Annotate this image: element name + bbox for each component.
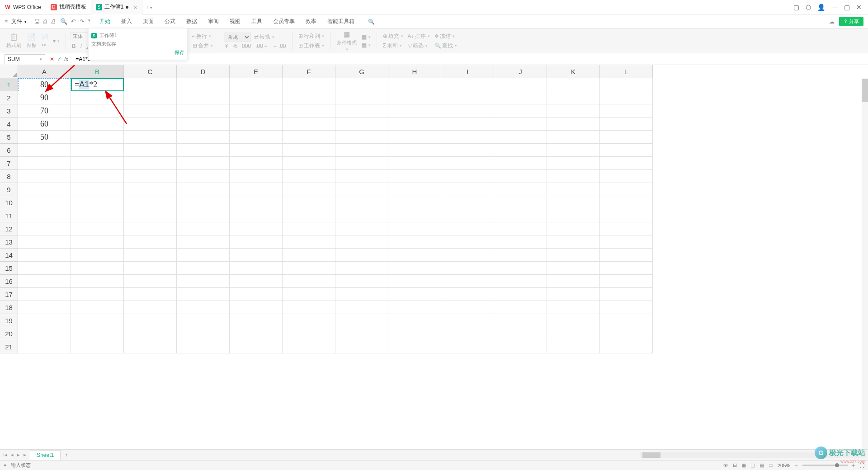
cell-C17[interactable] [124, 288, 177, 301]
wrap-button[interactable]: ⤶ 换行 [189, 32, 212, 41]
save-icon[interactable]: 🖫 [34, 18, 40, 25]
reading-view-icon[interactable]: ▭ [769, 462, 773, 468]
redo-icon[interactable]: ↷ [80, 18, 85, 25]
row-header-17[interactable]: 17 [0, 288, 18, 301]
cell-L12[interactable] [600, 222, 653, 235]
cell-J20[interactable] [494, 327, 547, 340]
row-header-12[interactable]: 12 [0, 222, 18, 235]
cell-J16[interactable] [494, 275, 547, 288]
cell-C16[interactable] [124, 275, 177, 288]
cell-A11[interactable] [18, 209, 71, 222]
spreadsheet[interactable]: ABCDEFGHIJKL 123456789101112131415161718… [0, 65, 868, 449]
cell-L18[interactable] [600, 301, 653, 314]
col-header-G[interactable]: G [335, 65, 388, 78]
cell-B16[interactable] [71, 275, 124, 288]
cell-E11[interactable] [230, 209, 283, 222]
cell-L13[interactable] [600, 235, 653, 249]
cell-A8[interactable] [18, 170, 71, 183]
col-header-A[interactable]: A [18, 65, 71, 78]
cell-K5[interactable] [547, 131, 600, 144]
cell-C2[interactable] [124, 91, 177, 104]
convert-button[interactable]: ⇄ 转换 [253, 33, 276, 41]
menu-insert[interactable]: 插入 [116, 18, 137, 25]
page-view-icon[interactable]: ▤ [760, 462, 764, 468]
cell-C5[interactable] [124, 131, 177, 144]
cell-D20[interactable] [177, 327, 230, 340]
cell-H7[interactable] [388, 157, 441, 170]
cell-J11[interactable] [494, 209, 547, 222]
cell-B19[interactable] [71, 314, 124, 327]
cell-A3[interactable]: 70 [18, 104, 71, 118]
cell-I9[interactable] [441, 183, 494, 196]
ghost-save-link[interactable]: 保存 [175, 49, 184, 56]
prev-sheet-icon[interactable]: ◂ [9, 452, 15, 458]
cell-C12[interactable] [124, 222, 177, 235]
freeze-button[interactable]: ❄ 冻结 [433, 32, 458, 41]
cell-C9[interactable] [124, 183, 177, 196]
zoom-in-icon[interactable]: + [852, 463, 855, 468]
cell-B3[interactable] [71, 104, 124, 118]
cell-E17[interactable] [230, 288, 283, 301]
cell-B20[interactable] [71, 327, 124, 340]
cell-H10[interactable] [388, 196, 441, 209]
merge-button[interactable]: ⊞ 合并 [191, 42, 214, 50]
user-avatar-icon[interactable]: 👤 [817, 4, 825, 11]
bold-button[interactable]: B [71, 42, 77, 50]
cell-K11[interactable] [547, 209, 600, 222]
zoom-out-icon[interactable]: − [795, 463, 797, 468]
row-header-5[interactable]: 5 [0, 131, 18, 144]
find-button[interactable]: 🔍 查找 [433, 42, 458, 50]
cell-L10[interactable] [600, 196, 653, 209]
cell-J15[interactable] [494, 262, 547, 275]
cell-E3[interactable] [230, 104, 283, 118]
cell-L21[interactable] [600, 340, 653, 353]
cell-F17[interactable] [283, 288, 335, 301]
filter-button[interactable]: ▽ 筛选 [406, 42, 431, 50]
select-all-corner[interactable] [0, 65, 18, 78]
row-header-21[interactable]: 21 [0, 340, 18, 353]
name-box[interactable]: SUM ▾ [5, 54, 45, 64]
cell-I5[interactable] [441, 131, 494, 144]
minimize-icon[interactable]: — [831, 4, 838, 11]
cell-H5[interactable] [388, 131, 441, 144]
cell-G19[interactable] [335, 314, 388, 327]
cell-F2[interactable] [283, 91, 335, 104]
cell-I7[interactable] [441, 157, 494, 170]
col-header-E[interactable]: E [230, 65, 283, 78]
cell-I8[interactable] [441, 170, 494, 183]
cell-J2[interactable] [494, 91, 547, 104]
cell-B2[interactable] [71, 91, 124, 104]
cell-K1[interactable] [547, 78, 600, 91]
cell-H16[interactable] [388, 275, 441, 288]
cell-I15[interactable] [441, 262, 494, 275]
row-header-4[interactable]: 4 [0, 118, 18, 131]
col-header-F[interactable]: F [283, 65, 335, 78]
cell-G9[interactable] [335, 183, 388, 196]
cell-H1[interactable] [388, 78, 441, 91]
cell-H19[interactable] [388, 314, 441, 327]
cell-E20[interactable] [230, 327, 283, 340]
cell-B5[interactable] [71, 131, 124, 144]
format-painter-button[interactable]: 📋格式刷 [5, 32, 23, 50]
cell-J4[interactable] [494, 118, 547, 131]
cell-H9[interactable] [388, 183, 441, 196]
cell-I16[interactable] [441, 275, 494, 288]
cell-L5[interactable] [600, 131, 653, 144]
last-sheet-icon[interactable]: ▸I [22, 452, 29, 458]
eye-icon[interactable]: 👁 [723, 463, 728, 468]
cell-A6[interactable] [18, 144, 71, 157]
cancel-formula-icon[interactable]: ✕ [50, 56, 54, 62]
cell-I11[interactable] [441, 209, 494, 222]
cell-H20[interactable] [388, 327, 441, 340]
cell-G15[interactable] [335, 262, 388, 275]
cell-A19[interactable] [18, 314, 71, 327]
cell-C3[interactable] [124, 104, 177, 118]
col-header-C[interactable]: C [124, 65, 177, 78]
cell-E9[interactable] [230, 183, 283, 196]
cell-E7[interactable] [230, 157, 283, 170]
cell-G6[interactable] [335, 144, 388, 157]
cell-G17[interactable] [335, 288, 388, 301]
cell-G12[interactable] [335, 222, 388, 235]
cell-B17[interactable] [71, 288, 124, 301]
cell-D17[interactable] [177, 288, 230, 301]
